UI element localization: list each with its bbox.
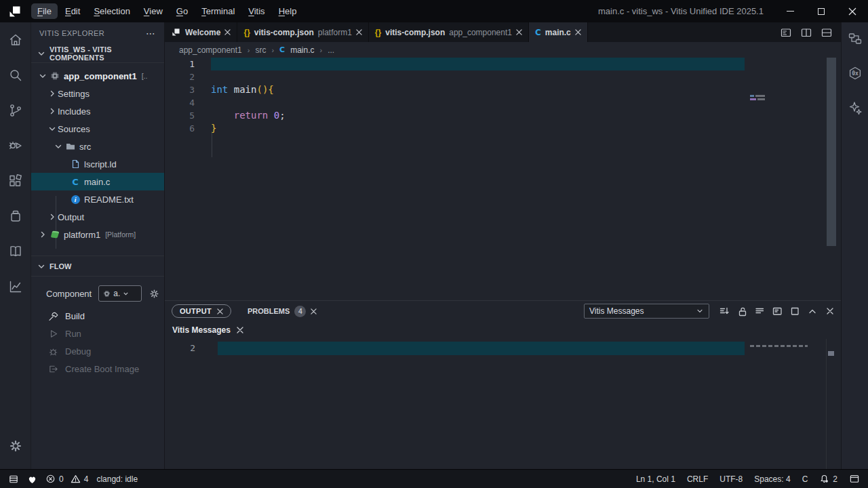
menu-vitis[interactable]: Vitis	[242, 3, 271, 19]
problems-status[interactable]: 0 4	[45, 474, 88, 484]
close-button[interactable]	[837, 0, 868, 22]
code-line[interactable]: 6 }	[165, 122, 841, 135]
close-panel-icon[interactable]	[825, 306, 835, 317]
layout-icon[interactable]	[849, 474, 860, 484]
open-output-in-editor-icon[interactable]	[772, 306, 783, 317]
tree-item-app-component1[interactable]: app_component1 [..	[31, 67, 164, 85]
menu-view[interactable]: View	[138, 3, 169, 19]
panel-tab-output[interactable]: OUTPUT	[172, 304, 231, 318]
flow-action-debug[interactable]: Debug	[31, 342, 164, 360]
run-debug-icon[interactable]	[0, 128, 31, 163]
output-log-line[interactable]: 2	[165, 342, 841, 355]
tab-vitis-comp-app-component1[interactable]: {} vitis-comp.json app_component1	[369, 22, 529, 42]
settings-gear-icon[interactable]	[0, 428, 31, 464]
tree-item-readme[interactable]: i README.txt	[31, 190, 164, 208]
tree-item-main-c[interactable]: C main.c	[31, 173, 164, 190]
ai-sparkles-icon[interactable]	[847, 100, 863, 116]
output-channel-selector[interactable]: Vitis Messages	[584, 304, 709, 319]
unlock-icon[interactable]	[736, 306, 747, 317]
tree-item-platform1[interactable]: platform1 [Platform]	[31, 226, 164, 243]
address-hex-icon[interactable]: 0x	[847, 65, 863, 81]
code-line[interactable]: 3 int main(){	[165, 83, 841, 96]
maximize-panel-icon[interactable]	[789, 306, 800, 317]
menu-terminal[interactable]: Terminal	[195, 3, 241, 19]
workspace-section-header[interactable]: VITIS_WS - VITIS COMPONENTS	[31, 44, 164, 63]
close-tab-icon[interactable]	[575, 29, 581, 35]
language-mode[interactable]: C	[802, 474, 808, 484]
tab-welcome[interactable]: Welcome	[165, 22, 237, 42]
chevron-up-icon[interactable]	[807, 306, 818, 317]
maximize-button[interactable]	[806, 0, 837, 22]
more-actions-icon[interactable]: ⋯	[146, 28, 156, 39]
flow-action-build[interactable]: Build	[31, 307, 164, 325]
flow-navigator-icon[interactable]	[847, 30, 863, 47]
tab-main-c[interactable]: C main.c	[529, 22, 588, 42]
code-line[interactable]: 2	[165, 70, 841, 83]
cursor-position[interactable]: Ln 1, Col 1	[636, 474, 675, 484]
component-selector[interactable]: a.	[98, 285, 142, 302]
line-number[interactable]: 4	[165, 96, 195, 109]
indentation-indicator[interactable]: Spaces: 4	[754, 474, 790, 484]
menu-edit[interactable]: Edit	[59, 3, 86, 19]
open-editors-layout-icon[interactable]	[780, 26, 792, 39]
editor-scrollbar[interactable]	[827, 58, 836, 246]
output-channel-tab[interactable]: Vitis Messages	[172, 325, 231, 335]
close-tab-icon[interactable]	[356, 29, 362, 35]
flow-action-create-boot-image[interactable]: Create Boot Image	[31, 360, 164, 378]
flow-section-header[interactable]: FLOW	[31, 256, 164, 277]
line-number[interactable]: 2	[165, 70, 195, 83]
line-number[interactable]: 3	[165, 83, 195, 96]
clear-output-icon[interactable]	[754, 306, 765, 317]
code-line[interactable]: 5 return 0;	[165, 109, 841, 122]
code-line[interactable]: 4	[165, 96, 841, 109]
output-view[interactable]: Vitis Messages 2	[165, 321, 841, 469]
breadcrumb-item[interactable]: app_component1	[179, 45, 242, 55]
remote-grid-icon[interactable]	[8, 474, 19, 485]
tree-item-sources[interactable]: Sources	[31, 120, 164, 138]
breadcrumb-item[interactable]: main.c	[290, 45, 314, 55]
encoding-indicator[interactable]: UTF-8	[719, 474, 743, 484]
tree-item-includes[interactable]: Includes	[31, 102, 164, 120]
tab-vitis-comp-platform1[interactable]: {} vitis-comp.json platform1	[237, 22, 368, 42]
search-icon[interactable]	[0, 58, 31, 93]
close-icon[interactable]	[237, 327, 243, 333]
panel-scrollbar[interactable]	[826, 339, 835, 469]
close-tab-icon[interactable]	[516, 29, 522, 35]
heart-icon[interactable]	[27, 474, 37, 484]
clangd-status[interactable]: clangd: idle	[96, 474, 138, 484]
minimize-button[interactable]	[774, 0, 806, 22]
chevron-down-icon	[46, 124, 58, 134]
panel-tab-problems[interactable]: PROBLEMS 4	[248, 306, 317, 317]
auto-scroll-icon[interactable]	[719, 306, 730, 317]
menu-selection[interactable]: Selection	[87, 3, 136, 19]
split-editor-horizontal-icon[interactable]	[821, 26, 833, 39]
menu-go[interactable]: Go	[170, 3, 194, 19]
close-icon[interactable]	[311, 308, 317, 314]
documentation-icon[interactable]	[0, 234, 31, 269]
menu-help[interactable]: Help	[273, 3, 303, 19]
analysis-icon[interactable]	[0, 269, 31, 304]
flow-action-run[interactable]: Run	[31, 325, 164, 342]
split-editor-vertical-icon[interactable]	[800, 26, 812, 39]
tree-item-output[interactable]: Output	[31, 208, 164, 226]
code-editor[interactable]: 1 2 3 int main(){ 4 5 return 0; 6 }	[165, 58, 841, 300]
menu-file[interactable]: File	[31, 3, 58, 19]
extensions-icon[interactable]	[0, 163, 31, 199]
line-number[interactable]: 6	[165, 122, 195, 135]
editor-tab-bar: Welcome {} vitis-comp.json platform1 {} …	[165, 22, 841, 42]
tree-item-lscript-ld[interactable]: lscript.ld	[31, 155, 164, 173]
line-number[interactable]: 5	[165, 109, 195, 122]
tree-item-src-folder[interactable]: src	[31, 138, 164, 155]
eol-indicator[interactable]: CRLF	[687, 474, 708, 484]
home-icon[interactable]	[0, 22, 31, 58]
line-number[interactable]: 1	[165, 58, 195, 70]
flow-settings-gear-icon[interactable]	[149, 288, 160, 300]
close-tab-icon[interactable]	[224, 29, 231, 35]
tree-item-settings[interactable]: Settings	[31, 85, 164, 102]
notifications-bell[interactable]: 2	[819, 474, 837, 484]
breadcrumb-item[interactable]: ...	[328, 45, 334, 55]
close-icon[interactable]	[217, 308, 223, 314]
libraries-icon[interactable]	[0, 199, 31, 234]
breadcrumb-item[interactable]: src	[255, 45, 266, 55]
source-control-icon[interactable]	[0, 93, 31, 128]
